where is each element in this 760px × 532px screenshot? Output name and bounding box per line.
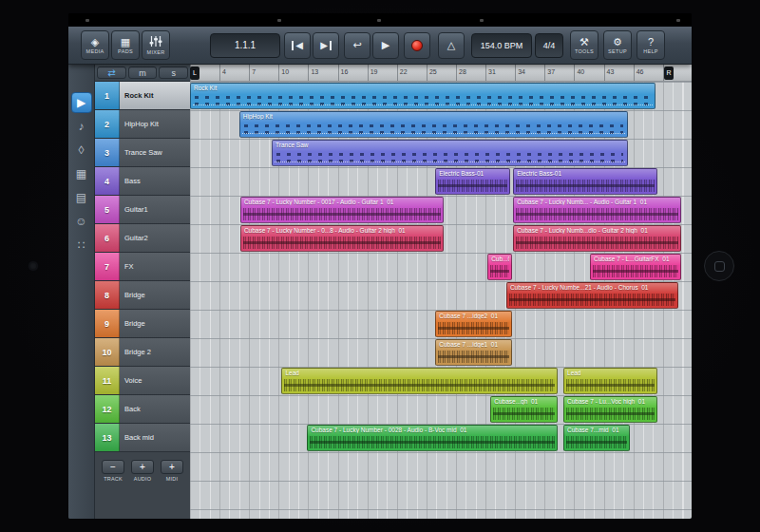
track-number[interactable]: 13 (95, 424, 120, 451)
position-display[interactable]: 1.1.1 (210, 33, 280, 58)
play-button[interactable]: ▶ (372, 32, 399, 59)
track-row[interactable]: 5Guitar1 (95, 196, 190, 224)
arrangement-area[interactable]: 471013161922252831343740434649LR Rock Ki… (190, 65, 692, 519)
arrangement-grid[interactable]: Rock KitHipHop KitTrance SawElectric Bas… (190, 82, 692, 519)
track-row[interactable]: 13Back mid (95, 424, 190, 452)
track-name[interactable]: Bass (120, 167, 190, 195)
track-number[interactable]: 11 (95, 367, 120, 394)
solo-button[interactable]: s (159, 66, 188, 79)
clip[interactable]: Trance Saw (272, 140, 628, 166)
track-number[interactable]: 1 (95, 82, 120, 109)
left-locator[interactable]: L (190, 66, 200, 80)
mute-button[interactable]: m (128, 66, 158, 79)
track-row[interactable]: 9Bridge (95, 310, 190, 338)
clip[interactable]: Electric Bass-01 (435, 168, 510, 195)
status-icon (377, 19, 381, 22)
track-number[interactable]: 9 (95, 310, 120, 337)
clip[interactable]: Cubase 7 ...idge2_01 (435, 311, 512, 337)
right-locator[interactable]: R (664, 66, 674, 80)
track-number[interactable]: 3 (95, 139, 120, 166)
track-name[interactable]: HipHop Kit (120, 110, 190, 138)
clip[interactable]: Cubase 7 - Lucky Numb... - Audio - Guita… (513, 197, 681, 223)
track-row[interactable]: 11Voice (95, 367, 190, 395)
clip[interactable]: Cubase...gh_01 (490, 396, 558, 423)
track-list-header: ⇄ m s (95, 65, 190, 82)
tools-button[interactable]: ⚒ TOOLS (570, 30, 598, 60)
clip[interactable]: Cubase 7 - Lucky Number - 0...8 - Audio … (240, 225, 444, 252)
timeline-ruler[interactable]: 471013161922252831343740434649LR (190, 65, 692, 82)
waveform (593, 265, 678, 277)
clip[interactable]: HipHop Kit (239, 111, 629, 138)
track-number[interactable]: 8 (95, 281, 120, 309)
track-row[interactable]: 8Bridge (95, 281, 190, 310)
more-tool[interactable]: ∷ (71, 235, 92, 256)
track-number[interactable]: 6 (95, 224, 120, 252)
clip[interactable]: Lead (563, 368, 657, 394)
track-name[interactable]: Bridge 2 (120, 338, 190, 366)
track-row[interactable]: 10Bridge 2 (95, 338, 190, 367)
clip[interactable]: Cubase 7 - Lucky Number - 0028 - Audio -… (307, 425, 557, 451)
note-tool[interactable]: ♪ (71, 116, 92, 137)
track-number[interactable]: 12 (95, 395, 120, 423)
track-name[interactable]: Trance Saw (120, 139, 190, 166)
undo-button[interactable]: ↩ (344, 32, 370, 59)
add-audio-track-button[interactable]: + AUDIO (131, 460, 154, 482)
track-name[interactable]: Back (120, 395, 190, 423)
clip[interactable]: Lead (281, 368, 557, 394)
track-row[interactable]: 12Back (95, 395, 190, 424)
clip[interactable]: Cubase 7...mid_01 (563, 425, 630, 451)
home-button[interactable] (704, 251, 734, 281)
bpm-display[interactable]: 154.0 BPM (471, 33, 532, 58)
clip-layer: Rock KitHipHop KitTrance SawElectric Bas… (190, 82, 692, 519)
track-name[interactable]: Guitar2 (120, 224, 190, 252)
track-row[interactable]: 4Bass (95, 167, 190, 196)
eraser-tool[interactable]: ◊ (71, 140, 92, 161)
clip[interactable]: Cubase 7 - Lu...Voc high_01 (563, 396, 657, 423)
track-name[interactable]: FX (120, 253, 190, 280)
track-row[interactable]: 7FX (95, 253, 190, 281)
clip[interactable]: Electric Bass-01 (513, 168, 656, 195)
clip[interactable]: Cubase 7 - Lucky Numb...dio - Guitar 2 h… (513, 225, 681, 252)
media-button[interactable]: ◈ MEDIA (81, 30, 109, 60)
track-name[interactable]: Voice (120, 367, 190, 394)
track-name[interactable]: Back mid (120, 424, 190, 451)
track-number[interactable]: 4 (95, 167, 120, 195)
goto-start-button[interactable]: ◀ (284, 32, 311, 59)
minus-icon: − (102, 460, 124, 474)
track-number[interactable]: 2 (95, 110, 120, 138)
keys-tool[interactable]: ▦ (71, 163, 92, 184)
track-row[interactable]: 6Guitar2 (95, 224, 190, 253)
track-row[interactable]: 3Trance Saw (95, 139, 190, 167)
pads-button[interactable]: ▦ PADS (111, 30, 140, 60)
track-name[interactable]: Bridge (120, 310, 190, 337)
clip[interactable]: Cub...01 (487, 254, 512, 280)
track-name[interactable]: Rock Kit (120, 82, 190, 109)
clip[interactable]: Cubase 7 - Lucky Number - 0017 - Audio -… (240, 197, 444, 223)
track-row[interactable]: 1Rock Kit (95, 82, 190, 110)
clip[interactable]: Cubase 7 ...idge1_01 (435, 339, 512, 366)
clip[interactable]: Cubase 7 - L...GuitarFX_01 (590, 254, 681, 280)
setup-button[interactable]: ⚙ SETUP (603, 30, 632, 60)
track-number[interactable]: 10 (95, 338, 120, 366)
track-name[interactable]: Guitar1 (120, 196, 190, 223)
clip[interactable]: Rock Kit (190, 83, 656, 109)
record-button[interactable] (404, 32, 430, 59)
goto-end-button[interactable]: ▶ (313, 32, 339, 59)
remove-track-button[interactable]: − TRACK (102, 460, 124, 482)
mixer-button[interactable]: MIXER (142, 30, 170, 60)
smiley-tool[interactable]: ☺ (71, 211, 92, 232)
pattern-tool[interactable]: ▤ (71, 187, 92, 208)
skip-end-icon: ▶ (320, 41, 332, 50)
metronome-button[interactable]: △ (438, 32, 465, 59)
track-number[interactable]: 7 (95, 253, 120, 280)
track-number[interactable]: 5 (95, 196, 120, 223)
follow-playhead-button[interactable]: ⇄ (97, 66, 126, 79)
add-midi-track-button[interactable]: + MIDI (161, 460, 183, 482)
track-name[interactable]: Bridge (120, 281, 190, 309)
clip-label: HipHop Kit (243, 113, 626, 120)
time-signature-display[interactable]: 4/4 (535, 33, 563, 58)
clip[interactable]: Cubase 7 - Lucky Numbe...21 - Audio - Ch… (506, 282, 679, 309)
select-play-tool[interactable]: ▶ (71, 92, 92, 113)
help-button[interactable]: ? HELP (636, 30, 665, 60)
track-row[interactable]: 2HipHop Kit (95, 110, 190, 139)
